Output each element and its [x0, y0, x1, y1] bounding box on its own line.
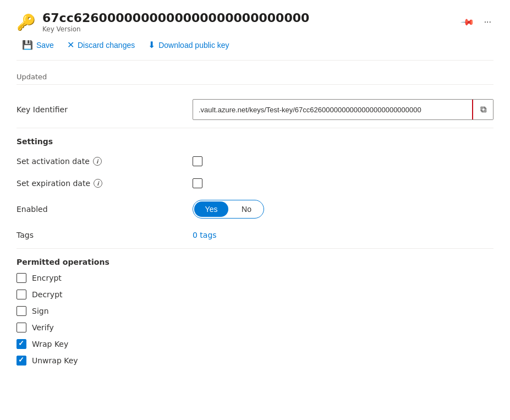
sign-checkbox[interactable]: [17, 306, 26, 316]
toolbar: 💾 Save ✕ Discard changes ⬇ Download publ…: [17, 36, 493, 61]
settings-section-title: Settings: [17, 130, 493, 150]
activation-date-value: [193, 156, 493, 166]
wrap-key-checkbox[interactable]: [17, 339, 26, 349]
key-identifier-row: Key Identifier ⧉: [17, 94, 493, 126]
download-icon: ⬇: [148, 40, 155, 50]
decrypt-row: Decrypt: [17, 290, 493, 299]
ellipsis-icon: ···: [484, 17, 491, 26]
enabled-value: Yes No: [193, 200, 493, 219]
key-identifier-input[interactable]: [193, 102, 472, 117]
tags-link[interactable]: 0 tags: [193, 231, 217, 239]
content-area: Updated Key Identifier ⧉ Settings Set ac…: [17, 69, 493, 368]
discard-label: Discard changes: [78, 41, 135, 50]
enabled-yes-button[interactable]: Yes: [194, 201, 228, 217]
verify-row: Verify: [17, 323, 493, 332]
sign-label: Sign: [32, 307, 49, 315]
save-button[interactable]: 💾 Save: [17, 36, 59, 53]
enabled-label: Enabled: [17, 205, 193, 214]
activation-date-row: Set activation date i: [17, 150, 493, 172]
encrypt-row: Encrypt: [17, 273, 493, 283]
divider-2: [17, 248, 493, 249]
expiration-date-row: Set expiration date i: [17, 172, 493, 194]
key-identifier-field: ⧉: [193, 99, 493, 120]
verify-label: Verify: [32, 323, 54, 332]
header-actions: 📌 ···: [460, 15, 493, 30]
encrypt-checkbox[interactable]: [17, 273, 26, 283]
page-container: 🔑 67cc6260000000000000000000000000 Key V…: [0, 0, 510, 420]
unwrap-key-checkbox[interactable]: [17, 356, 26, 366]
updated-label: Updated: [17, 73, 193, 81]
tags-row: Tags 0 tags: [17, 224, 493, 246]
enabled-no-button[interactable]: No: [229, 201, 264, 217]
expiration-date-value: [193, 178, 493, 188]
discard-button[interactable]: ✕ Discard changes: [62, 36, 140, 53]
tags-label: Tags: [17, 231, 193, 239]
key-identifier-label: Key Identifier: [17, 105, 193, 114]
decrypt-checkbox[interactable]: [17, 290, 26, 299]
key-identifier-value: ⧉: [193, 99, 493, 120]
updated-row: Updated: [17, 69, 493, 85]
unwrap-key-label: Unwrap Key: [32, 356, 78, 365]
tags-value: 0 tags: [193, 231, 493, 239]
page-title: 67cc6260000000000000000000000000: [42, 11, 453, 25]
save-label: Save: [36, 41, 54, 50]
pin-button[interactable]: 📌: [460, 15, 475, 30]
divider-1: [17, 128, 493, 128]
page-header: 🔑 67cc6260000000000000000000000000 Key V…: [17, 11, 493, 33]
download-label: Download public key: [158, 41, 229, 50]
more-options-button[interactable]: ···: [482, 15, 493, 29]
enabled-row: Enabled Yes No: [17, 194, 493, 224]
discard-icon: ✕: [67, 40, 74, 50]
page-subtitle: Key Version: [42, 25, 453, 33]
permitted-operations-title: Permitted operations: [17, 251, 493, 271]
expiration-date-label: Set expiration date i: [17, 179, 193, 188]
pin-icon: 📌: [460, 14, 475, 30]
save-icon: 💾: [22, 40, 33, 50]
key-icon: 🔑: [17, 13, 36, 31]
sign-row: Sign: [17, 306, 493, 316]
enabled-toggle: Yes No: [193, 200, 264, 219]
verify-checkbox[interactable]: [17, 323, 26, 332]
copy-key-identifier-button[interactable]: ⧉: [472, 100, 493, 119]
copy-icon: ⧉: [480, 105, 486, 114]
download-public-key-button[interactable]: ⬇ Download public key: [142, 36, 234, 53]
activation-date-label: Set activation date i: [17, 157, 193, 166]
activation-date-checkbox[interactable]: [193, 156, 202, 166]
wrap-key-row: Wrap Key: [17, 339, 493, 349]
decrypt-label: Decrypt: [32, 290, 63, 299]
activation-date-info-icon[interactable]: i: [93, 157, 102, 166]
permitted-operations-list: Encrypt Decrypt Sign Verify Wrap Key: [17, 271, 493, 368]
encrypt-label: Encrypt: [32, 274, 62, 282]
expiration-date-checkbox[interactable]: [193, 178, 202, 188]
wrap-key-label: Wrap Key: [32, 340, 68, 348]
expiration-date-info-icon[interactable]: i: [94, 179, 102, 188]
unwrap-key-row: Unwrap Key: [17, 356, 493, 366]
header-text: 67cc6260000000000000000000000000 Key Ver…: [42, 11, 453, 33]
